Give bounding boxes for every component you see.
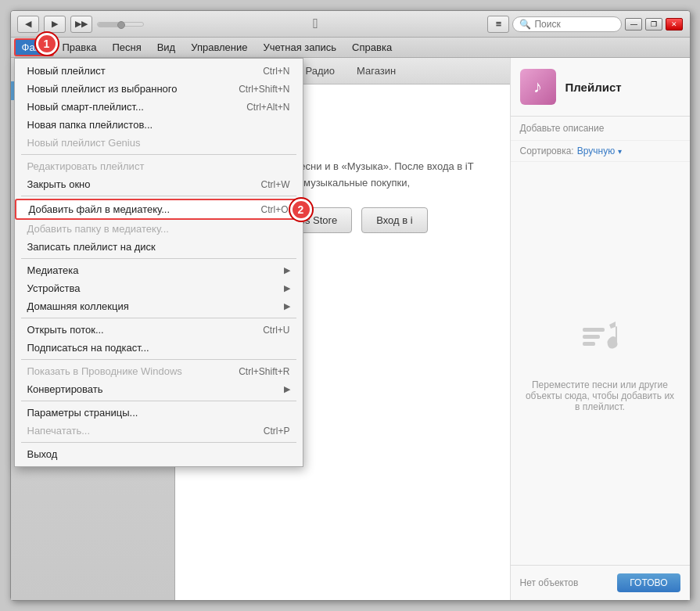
svg-rect-1: [583, 335, 600, 339]
menubar: Файл Правка Песня Вид Управление Учетная…: [11, 38, 690, 58]
tab-store[interactable]: Магазин: [354, 60, 399, 81]
dd-new-playlist[interactable]: Новый плейлист Ctrl+N: [15, 62, 303, 80]
empty-playlist-area: Переместите песни или другие объекты сюд…: [511, 162, 690, 565]
playlist-title: Плейлист: [565, 81, 622, 94]
dd-library[interactable]: Медиатека ▶: [15, 261, 303, 279]
forward-button[interactable]: ▶▶: [70, 16, 92, 33]
search-box[interactable]: 🔍: [512, 16, 622, 32]
sort-row: Сортировка: Вручную ▾: [511, 141, 690, 162]
search-input[interactable]: [534, 19, 615, 30]
dd-sep-6: [21, 401, 296, 401]
dd-edit-playlist: Редактировать плейлист: [15, 157, 303, 175]
restore-button[interactable]: ❐: [645, 18, 662, 31]
login-button[interactable]: Вход в i: [361, 207, 427, 233]
search-icon: 🔍: [519, 19, 531, 30]
no-objects-label: Нет объектов: [520, 577, 579, 588]
svg-rect-0: [583, 328, 605, 332]
playlist-icon: ♪: [520, 69, 556, 105]
dd-sep-7: [21, 442, 296, 443]
tab-radio[interactable]: Радио: [303, 60, 339, 81]
titlebar: ◀ ▶ ▶▶  ≡ 🔍 — ❐ ✕: [11, 11, 690, 38]
dd-exit[interactable]: Выход: [15, 445, 303, 463]
dd-subscribe-podcast[interactable]: Подписаться на подкаст...: [15, 339, 303, 357]
dd-burn-playlist[interactable]: Записать плейлист на диск: [15, 238, 303, 256]
menu-manage[interactable]: Управление: [183, 39, 255, 56]
sort-value[interactable]: Вручную: [577, 146, 615, 156]
file-dropdown: Новый плейлист Ctrl+N Новый плейлист из …: [14, 58, 303, 467]
dd-page-setup[interactable]: Параметры страницы...: [15, 404, 303, 422]
back-button[interactable]: ◀: [17, 16, 39, 33]
dd-sep-2: [21, 196, 296, 196]
right-panel: ♪ Плейлист Добавьте описание Сортировка:…: [510, 58, 690, 600]
step-circle-1: 1: [36, 33, 58, 55]
titlebar-controls: ◀ ▶ ▶▶: [17, 16, 144, 33]
dd-sep-3: [21, 258, 296, 259]
dd-new-genius-playlist: Новый плейлист Genius: [15, 134, 303, 152]
dd-convert[interactable]: Конвертировать ▶: [15, 380, 303, 398]
close-button[interactable]: ✕: [666, 18, 683, 31]
minimize-button[interactable]: —: [625, 18, 642, 31]
svg-rect-2: [583, 342, 595, 346]
dd-new-smart-playlist[interactable]: Новый смарт-плейлист... Ctrl+Alt+N: [15, 98, 303, 116]
dd-devices[interactable]: Устройства ▶: [15, 279, 303, 297]
window-buttons: ≡ 🔍 — ❐ ✕: [487, 16, 683, 33]
list-view-button[interactable]: ≡: [487, 16, 509, 33]
menu-song[interactable]: Песня: [104, 39, 149, 56]
playlist-desc[interactable]: Добавьте описание: [511, 117, 690, 141]
play-button[interactable]: ▶: [44, 16, 66, 33]
dd-sep-5: [21, 359, 296, 360]
dd-sep-4: [21, 318, 296, 318]
dd-add-folder[interactable]: Добавить папку в медиатеку...: [15, 220, 303, 238]
empty-playlist-text: Переместите песни или другие объекты сюд…: [511, 379, 690, 412]
dd-close-window[interactable]: Закрыть окно Ctrl+W: [15, 175, 303, 193]
dd-sep-1: [21, 154, 296, 155]
sort-chevron-icon[interactable]: ▾: [618, 147, 622, 156]
dd-home-collection[interactable]: Домашняя коллекция ▶: [15, 297, 303, 315]
step-circle-2: 2: [290, 199, 312, 221]
dd-add-file[interactable]: Добавить файл в медиатеку... Ctrl+O 2: [15, 199, 303, 220]
menu-help[interactable]: Справка: [344, 39, 400, 56]
menu-account[interactable]: Учетная запись: [256, 39, 345, 56]
dd-new-playlist-folder[interactable]: Новая папка плейлистов...: [15, 116, 303, 134]
playlist-header: ♪ Плейлист: [511, 58, 690, 117]
apple-logo: : [313, 16, 318, 32]
dd-print: Напечатать... Ctrl+P: [15, 422, 303, 440]
menu-view[interactable]: Вид: [149, 39, 184, 56]
sort-label: Сортировка:: [520, 146, 574, 156]
dd-open-stream[interactable]: Открыть поток... Ctrl+U: [15, 321, 303, 339]
panel-footer: Нет объектов ГОТОВО: [511, 565, 690, 600]
titlebar-center: : [313, 16, 318, 32]
menu-edit[interactable]: Правка: [54, 39, 104, 56]
ready-button[interactable]: ГОТОВО: [617, 573, 680, 592]
main-window: ◀ ▶ ▶▶  ≡ 🔍 — ❐ ✕ Файл: [10, 10, 691, 601]
dd-show-in-explorer: Показать в Проводнике Windows Ctrl+Shift…: [15, 362, 303, 380]
music-note-icon: [576, 315, 623, 372]
dd-new-playlist-from-selection[interactable]: Новый плейлист из выбранного Ctrl+Shift+…: [15, 80, 303, 98]
